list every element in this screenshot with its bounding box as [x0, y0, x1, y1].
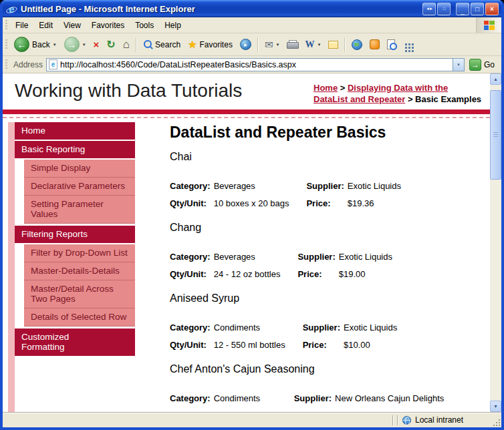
messenger-button[interactable] [348, 37, 366, 52]
zoom-page-icon [387, 39, 397, 50]
site-header: Working with Data Tutorials Home > Displ… [3, 73, 490, 110]
field-value-supplier: Exotic Liquids [339, 248, 392, 266]
zoom-page-button[interactable] [384, 37, 400, 52]
maximize-button[interactable]: □ [471, 3, 484, 15]
sidebar-item-simple-display[interactable]: Simple Display [24, 160, 135, 178]
field-value-supplier: New Orleans Cajun Delights [335, 390, 444, 407]
titlebar-extra-button-2[interactable]: □ [437, 3, 451, 15]
toolbar-separator [344, 37, 346, 52]
home-button[interactable]: ⌂ [120, 37, 133, 52]
menu-view[interactable]: View [58, 18, 86, 33]
search-label: Search [155, 40, 180, 49]
status-bar: Local intranet [3, 412, 501, 427]
field-value-price: $10.00 [344, 337, 397, 354]
field-label-price: Price: [303, 337, 344, 354]
address-dropdown-button[interactable]: ▼ [453, 59, 464, 71]
title-bar[interactable]: e Untitled Page - Microsoft Internet Exp… [3, 0, 501, 17]
sidebar-item-details-of-selected-row[interactable]: Details of Selected Row [24, 308, 135, 327]
discuss-button[interactable] [325, 39, 342, 51]
sidebar-item-filtering-reports[interactable]: Filtering Reports [15, 226, 135, 243]
refresh-icon: ↻ [106, 39, 115, 50]
forward-button[interactable]: → ▼ [61, 35, 90, 54]
stop-button[interactable]: × [90, 37, 103, 52]
print-button[interactable] [283, 38, 301, 51]
sidebar-item-master-detail-across-two-pages[interactable]: Master/Detail Across Two Pages [24, 280, 135, 308]
field-value-price: $26.62 [335, 407, 444, 412]
page-title: DataList and Repeater Basics [170, 124, 485, 142]
scroll-down-button[interactable]: ▼ [490, 401, 501, 412]
scrollbar-track[interactable] [490, 85, 501, 401]
vertical-scrollbar[interactable]: ▲ ▼ [490, 73, 501, 412]
edit-button[interactable]: W ▼ [301, 37, 324, 52]
tiles-button[interactable] [401, 38, 418, 51]
breadcrumb: Home > Displaying Data with the DataList… [313, 83, 482, 105]
product-name: Chef Anton's Cajun Seasoning [170, 363, 485, 375]
toolbar-separator [257, 37, 259, 52]
go-label: Go [484, 60, 495, 69]
mail-button[interactable]: ✉ ▼ [261, 37, 283, 51]
search-button[interactable]: Search [140, 38, 184, 51]
sidebar-item-filter-by-drop-down-list[interactable]: Filter by Drop-Down List [24, 244, 135, 262]
scrollbar-thumb[interactable] [490, 90, 501, 180]
sidebar-item-customized-formatting[interactable]: Customized Formatting [15, 329, 135, 356]
research-button[interactable] [366, 37, 383, 51]
product-name: Chang [170, 222, 485, 234]
menu-file[interactable]: File [10, 18, 33, 33]
sidebar-item-home[interactable]: Home [15, 122, 135, 140]
back-dropdown-icon[interactable]: ▼ [53, 43, 57, 47]
field-value-category: Beverages [214, 248, 298, 266]
field-value-qty: 12 - 550 ml bottles [214, 337, 303, 354]
titlebar-extra-button-1[interactable]: ◄► [422, 3, 436, 15]
scroll-up-button[interactable]: ▲ [490, 73, 501, 85]
sidebar-item-master-details-details[interactable]: Master-Details-Details [24, 262, 135, 280]
product-details-table: Category:CondimentsSupplier:Exotic Liqui… [170, 319, 397, 354]
back-button[interactable]: ← Back ▼ [11, 35, 60, 54]
sidebar-item-setting-parameter-values[interactable]: Setting Parameter Values [24, 196, 135, 224]
media-button[interactable]: ▸ [237, 37, 255, 52]
menu-favorites[interactable]: Favorites [86, 18, 130, 33]
mail-dropdown-icon[interactable]: ▼ [275, 43, 279, 47]
refresh-button[interactable]: ↻ [103, 37, 118, 52]
toolbar-grip-handle[interactable] [5, 39, 7, 50]
field-label-supplier: Supplier: [303, 319, 344, 337]
sidebar-item-declarative-parameters[interactable]: Declarative Parameters [24, 178, 135, 196]
product-chai: ChaiCategory:BeveragesSupplier:Exotic Li… [170, 151, 485, 212]
field-value-price: $19.36 [348, 195, 401, 212]
back-icon: ← [14, 37, 29, 52]
favorites-button[interactable]: ★ Favorites [184, 37, 236, 51]
close-button[interactable]: × [485, 3, 499, 15]
address-input[interactable] [57, 59, 453, 70]
menu-tools[interactable]: Tools [130, 18, 159, 33]
sidebar-item-basic-reporting[interactable]: Basic Reporting [15, 141, 135, 158]
addressbar-grip-handle[interactable] [5, 59, 7, 70]
windows-flag-icon [484, 21, 495, 30]
menubar-grip-handle[interactable] [5, 20, 7, 31]
edit-dropdown-icon[interactable]: ▼ [317, 43, 321, 47]
sidebar-nav: HomeBasic ReportingSimple DisplayDeclara… [15, 122, 135, 356]
minimize-button[interactable]: _ [456, 3, 469, 15]
product-aniseed-syrup: Aniseed SyrupCategory:CondimentsSupplier… [170, 292, 485, 354]
field-value-supplier: Exotic Liquids [344, 319, 397, 337]
breadcrumb-link-home[interactable]: Home [313, 83, 338, 93]
browser-window: e Untitled Page - Microsoft Internet Exp… [0, 0, 504, 430]
breadcrumb-separator: > [405, 94, 415, 104]
favorites-star-icon: ★ [188, 39, 197, 49]
window-controls: ◄► □ _ □ × [422, 3, 499, 15]
address-label: Address [13, 60, 43, 69]
print-icon [287, 40, 297, 49]
menu-help[interactable]: Help [159, 18, 186, 33]
stop-icon: × [94, 39, 100, 50]
address-field[interactable]: e ▼ [46, 58, 465, 71]
mail-icon: ✉ [265, 39, 273, 49]
sidebar: HomeBasic ReportingSimple DisplayDeclara… [8, 122, 135, 412]
menu-edit[interactable]: Edit [33, 18, 58, 33]
field-value-price: $19.00 [339, 266, 392, 283]
go-button[interactable]: → Go [468, 59, 499, 71]
resize-grip[interactable] [499, 425, 500, 426]
header-red-band [3, 110, 490, 114]
field-label-category: Category: [170, 248, 214, 266]
product-details-table: Category:BeveragesSupplier:Exotic Liquid… [170, 248, 392, 283]
site-title: Working with Data Tutorials [15, 80, 242, 105]
forward-dropdown-icon[interactable]: ▼ [82, 43, 86, 47]
field-value-qty: 24 - 12 oz bottles [214, 266, 298, 283]
